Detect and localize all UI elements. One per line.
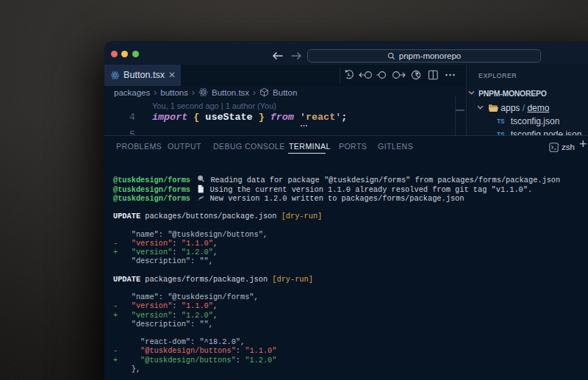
svg-text:TS: TS [497, 118, 505, 125]
